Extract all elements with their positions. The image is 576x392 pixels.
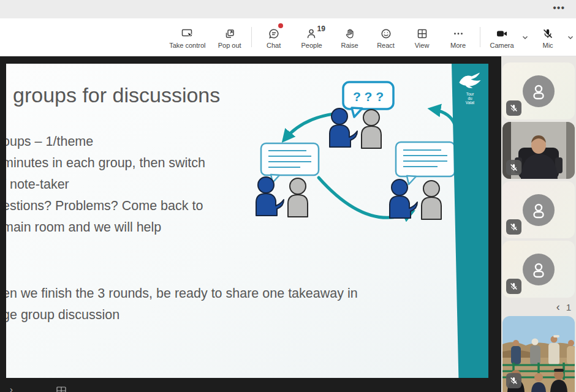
camera-dropdown-chevron-icon[interactable] xyxy=(520,18,531,56)
tour-du-valat-logo: Tour du Valat xyxy=(455,70,485,105)
react-label: React xyxy=(377,42,395,49)
chat-icon xyxy=(268,28,280,40)
pager-page-number: 1 xyxy=(566,302,571,312)
more-button[interactable]: More xyxy=(440,18,476,56)
bird-logo-icon xyxy=(457,70,483,91)
shared-screen-bottom-strip: › xyxy=(0,378,501,392)
mic-muted-badge xyxy=(506,160,521,175)
mic-muted-icon xyxy=(509,282,518,291)
view-grid-icon xyxy=(416,28,428,40)
slide-bullet-line: estions? Problems? Come back to xyxy=(6,195,205,217)
people-button[interactable]: 19 People xyxy=(292,18,332,56)
screen-control-icon xyxy=(181,28,194,40)
pop-out-label: Pop out xyxy=(218,42,241,49)
mic-dropdown-chevron-icon[interactable] xyxy=(565,18,576,56)
person-avatar-icon xyxy=(529,82,548,100)
raise-hand-button[interactable]: Raise xyxy=(332,18,368,56)
chat-button[interactable]: Chat xyxy=(256,18,292,56)
slide-title: l groups for discussions xyxy=(6,83,220,107)
camera-label: Camera xyxy=(490,42,513,49)
participants-sidebar: ‹ 1 xyxy=(501,56,576,392)
chat-notification-dot xyxy=(278,23,283,28)
chat-label: Chat xyxy=(267,42,281,49)
mic-muted-badge xyxy=(506,279,521,294)
people-icon xyxy=(306,28,318,40)
mic-muted-icon xyxy=(509,163,518,172)
toolbar-divider xyxy=(251,27,252,47)
slide-closing-line: en we finish the 3 rounds, be ready to s… xyxy=(6,283,358,304)
participant-tile[interactable] xyxy=(502,181,575,238)
person-avatar-icon xyxy=(529,260,548,279)
view-label: View xyxy=(415,42,430,49)
raise-hand-icon xyxy=(344,28,356,40)
participant-video-tile-group[interactable] xyxy=(502,316,575,392)
mic-button[interactable]: Mic xyxy=(531,18,565,56)
expand-chevron-icon[interactable]: › xyxy=(10,384,13,392)
slide-closing-text: en we finish the 3 rounds, be ready to s… xyxy=(6,283,358,326)
window-more-options-button[interactable]: ••• xyxy=(553,2,565,13)
more-label: More xyxy=(450,42,466,49)
more-ellipsis-icon xyxy=(452,28,464,40)
toolbar-spacer xyxy=(0,18,163,56)
avatar xyxy=(523,254,555,285)
react-smiley-icon xyxy=(380,28,392,40)
teams-meeting-window: ••• Take control Pop out Chat 19 xyxy=(0,0,576,392)
slide-closing-line: ge group discussion xyxy=(6,304,358,326)
text-speech-bubble-left xyxy=(261,143,319,183)
discussion-groups-illustration: ? ? ? xyxy=(250,81,458,241)
discussion-pair-right xyxy=(390,179,441,219)
pop-out-icon xyxy=(224,28,236,40)
mic-muted-icon xyxy=(542,28,554,40)
mic-control-group: Mic xyxy=(531,18,576,56)
mic-muted-badge xyxy=(506,373,521,388)
mic-muted-icon xyxy=(509,376,518,385)
person-avatar-icon xyxy=(529,201,548,219)
window-titlebar: ••• xyxy=(0,0,576,18)
text-speech-bubble-right xyxy=(396,142,455,184)
take-control-button[interactable]: Take control xyxy=(163,18,211,56)
toolbar-divider xyxy=(480,27,480,47)
people-count-badge: 19 xyxy=(317,24,325,33)
discussion-pair-left xyxy=(256,177,308,217)
participant-tile[interactable] xyxy=(502,241,575,298)
mic-muted-icon xyxy=(509,222,518,232)
slide-bullet-line: main room and we will help xyxy=(6,217,205,238)
slide-accent-bar xyxy=(452,64,488,378)
participant-tile[interactable] xyxy=(502,62,575,119)
mic-muted-icon xyxy=(509,104,518,113)
grid-view-icon[interactable] xyxy=(56,385,66,392)
meeting-toolbar: Take control Pop out Chat 19 People xyxy=(0,18,576,56)
participant-video-tile[interactable] xyxy=(502,122,575,179)
raise-label: Raise xyxy=(341,42,358,49)
avatar xyxy=(523,194,555,226)
shared-screen-stage: l groups for discussions oups – 1/theme … xyxy=(0,56,501,392)
mic-muted-badge xyxy=(506,219,521,235)
pager-previous-chevron-icon[interactable]: ‹ xyxy=(556,301,560,312)
react-button[interactable]: React xyxy=(368,18,404,56)
presentation-slide: l groups for discussions oups – 1/theme … xyxy=(6,64,488,378)
arrow-top-to-left xyxy=(284,114,333,140)
avatar xyxy=(523,75,555,107)
camera-button[interactable]: Camera xyxy=(484,18,520,56)
people-label: People xyxy=(301,42,322,49)
logo-text: Tour du Valat xyxy=(455,92,485,105)
take-control-label: Take control xyxy=(169,42,205,49)
participants-pager: ‹ 1 xyxy=(502,300,575,314)
slide-bullet-list: oups – 1/theme minutes in each group, th… xyxy=(6,131,205,238)
slide-bullet-line: oups – 1/theme xyxy=(6,131,205,153)
mic-label: Mic xyxy=(542,42,553,49)
slide-bullet-line: minutes in each group, then switch xyxy=(6,153,205,174)
pop-out-button[interactable]: Pop out xyxy=(211,18,248,56)
svg-text:? ? ?: ? ? ? xyxy=(353,89,384,104)
view-button[interactable]: View xyxy=(404,18,440,56)
camera-control-group: Camera xyxy=(484,18,531,56)
slide-bullet-line: / note-taker xyxy=(6,174,205,195)
mic-muted-badge xyxy=(506,100,521,116)
camera-icon xyxy=(495,28,509,40)
